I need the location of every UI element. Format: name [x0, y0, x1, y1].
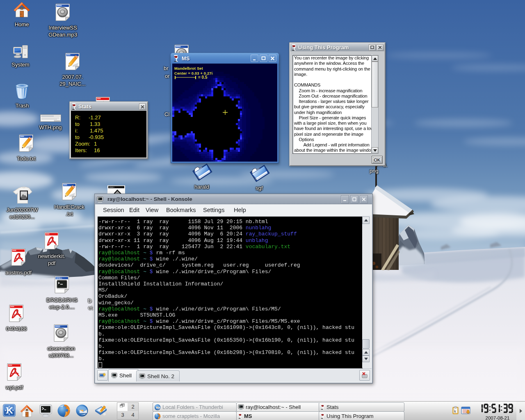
svg-text:= 0.5: = 0.5 [198, 75, 208, 80]
